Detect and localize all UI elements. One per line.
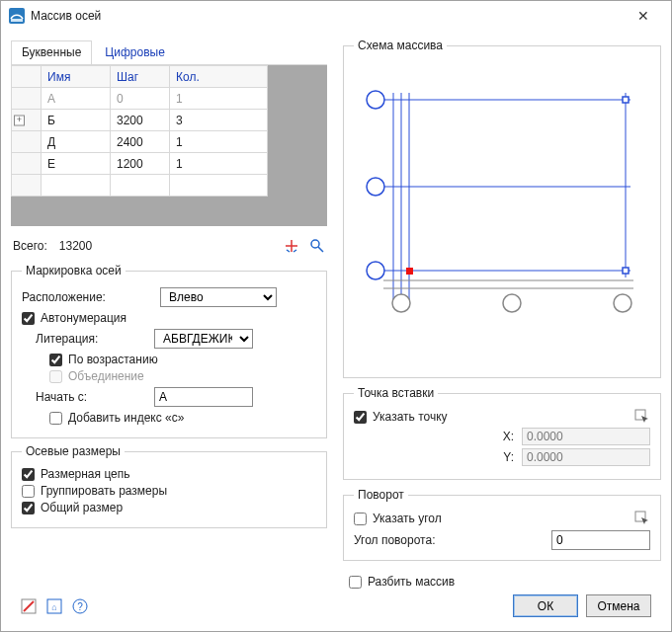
rotation-legend: Поворот xyxy=(354,488,408,502)
svg-rect-20 xyxy=(623,268,629,274)
svg-point-13 xyxy=(367,91,384,109)
marking-legend: Маркировка осей xyxy=(22,264,126,277)
tab-letter[interactable]: Буквенные xyxy=(11,40,92,64)
table-row-empty[interactable] xyxy=(12,175,268,197)
chain-checkbox[interactable] xyxy=(22,468,35,481)
svg-point-17 xyxy=(503,294,521,312)
svg-point-14 xyxy=(367,178,384,196)
chain-label: Размерная цепь xyxy=(41,467,130,481)
scheme-group: Схема массива xyxy=(343,39,661,378)
column-header-step[interactable]: Шаг xyxy=(111,66,170,88)
autonum-checkbox[interactable] xyxy=(22,312,35,325)
start-input[interactable] xyxy=(154,387,253,407)
column-header-count[interactable]: Кол. xyxy=(170,66,268,88)
column-header-expand xyxy=(12,66,42,88)
cancel-button[interactable]: Отмена xyxy=(586,594,651,617)
merge-checkbox xyxy=(49,370,62,383)
dims-legend: Осевые размеры xyxy=(22,444,125,458)
merge-label: Объединение xyxy=(68,369,144,383)
svg-line-3 xyxy=(318,247,323,252)
angle-label: Угол поворота: xyxy=(354,533,435,547)
svg-text:?: ? xyxy=(77,601,83,612)
svg-rect-19 xyxy=(623,97,629,103)
axes-view-icon[interactable] xyxy=(284,238,299,254)
axis-grid-container: Имя Шаг Кол. А 0 1 + Б xyxy=(11,65,327,226)
lettering-select[interactable]: АБВГДЕЖИК xyxy=(154,329,253,349)
dims-group: Осевые размеры Размерная цепь Группирова… xyxy=(11,444,327,528)
pick-angle-label: Указать угол xyxy=(373,512,442,525)
window-title: Массив осей xyxy=(31,9,101,23)
expand-row-icon[interactable]: + xyxy=(14,115,25,125)
angle-input[interactable] xyxy=(551,530,650,550)
pick-angle-icon[interactable] xyxy=(634,511,650,526)
svg-point-18 xyxy=(614,294,631,312)
svg-point-16 xyxy=(392,294,410,312)
pick-point-icon[interactable] xyxy=(634,409,650,425)
start-label: Начать с: xyxy=(36,390,154,404)
ok-button[interactable]: ОК xyxy=(513,594,578,617)
y-value xyxy=(522,448,650,466)
pick-angle-checkbox[interactable] xyxy=(354,513,367,525)
rotation-group: Поворот Указать угол Угол поворота: xyxy=(343,488,661,561)
table-row[interactable]: Е 1200 1 xyxy=(12,153,268,175)
table-row[interactable]: Д 2400 1 xyxy=(12,131,268,153)
insert-point-group: Точка вставки Указать точку X: Y: xyxy=(343,386,661,480)
add-index-label: Добавить индекс «с» xyxy=(68,411,184,425)
autonum-label: Автонумерация xyxy=(41,311,126,325)
ascending-checkbox[interactable] xyxy=(49,354,62,366)
total-value: 13200 xyxy=(59,239,92,253)
app-icon xyxy=(9,8,25,24)
y-label: Y: xyxy=(498,450,514,464)
overall-label: Общий размер xyxy=(41,501,123,514)
scheme-legend: Схема массива xyxy=(354,39,447,52)
close-button[interactable]: ✕ xyxy=(624,2,663,30)
x-label: X: xyxy=(498,430,514,443)
tab-digit[interactable]: Цифровые xyxy=(94,40,175,64)
insertion-point-marker xyxy=(406,268,413,275)
marking-group: Маркировка осей Расположение: Влево Авто… xyxy=(11,264,327,438)
svg-point-2 xyxy=(311,240,319,248)
insert-point-legend: Точка вставки xyxy=(354,386,438,400)
svg-text:⌂: ⌂ xyxy=(51,602,56,612)
table-row[interactable]: + Б 3200 3 xyxy=(12,110,268,131)
footer-icon-1[interactable] xyxy=(21,598,37,614)
location-select[interactable]: Влево xyxy=(160,287,277,307)
titlebar: Массив осей ✕ xyxy=(1,1,671,31)
axis-grid[interactable]: Имя Шаг Кол. А 0 1 + Б xyxy=(11,65,268,197)
split-array-label: Разбить массив xyxy=(368,575,455,589)
axes-settings-icon[interactable] xyxy=(309,238,325,254)
add-index-checkbox[interactable] xyxy=(49,412,62,425)
scheme-preview[interactable] xyxy=(354,58,650,315)
location-label: Расположение: xyxy=(22,290,160,304)
svg-point-15 xyxy=(367,262,384,279)
total-label: Всего: xyxy=(13,239,47,253)
column-header-name[interactable]: Имя xyxy=(42,66,111,88)
pick-point-checkbox[interactable] xyxy=(354,411,367,424)
pick-point-label: Указать точку xyxy=(373,410,448,424)
split-array-checkbox[interactable] xyxy=(349,576,362,589)
table-row[interactable]: А 0 1 xyxy=(12,88,268,110)
footer-icon-2[interactable]: ⌂ xyxy=(46,598,62,614)
lettering-label: Литерация: xyxy=(36,332,154,346)
svg-rect-1 xyxy=(11,19,23,22)
ascending-label: По возрастанию xyxy=(68,353,158,366)
group-dims-label: Группировать размеры xyxy=(41,484,167,498)
help-icon[interactable]: ? xyxy=(72,598,88,614)
x-value xyxy=(522,428,650,445)
axis-type-tabs: Буквенные Цифровые xyxy=(11,40,327,65)
dialog-window: Массив осей ✕ Буквенные Цифровые Имя Шаг xyxy=(0,0,672,632)
overall-checkbox[interactable] xyxy=(22,502,35,514)
group-dims-checkbox[interactable] xyxy=(22,485,35,498)
